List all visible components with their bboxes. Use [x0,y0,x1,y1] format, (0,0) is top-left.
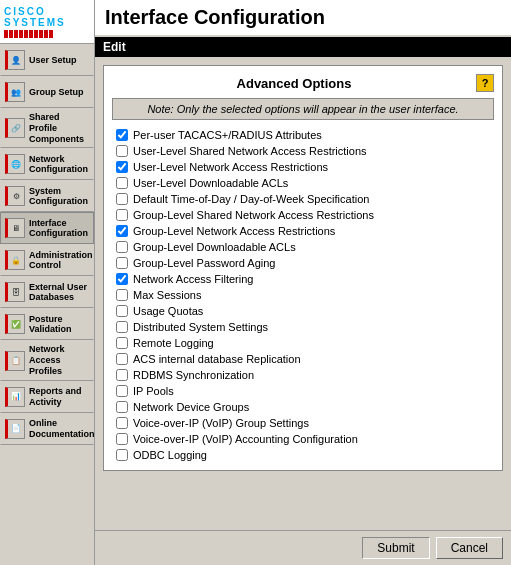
submit-button[interactable]: Submit [362,537,429,559]
checkbox-16[interactable] [116,385,128,397]
checkbox-label-5: Group-Level Shared Network Access Restri… [133,209,374,221]
edit-bar: Edit [95,37,511,57]
checkbox-label-7: Group-Level Downloadable ACLs [133,241,296,253]
checkbox-label-19: Voice-over-IP (VoIP) Accounting Configur… [133,433,358,445]
checkbox-item-19: Voice-over-IP (VoIP) Accounting Configur… [116,432,490,446]
checkbox-item-17: Network Device Groups [116,400,490,414]
advanced-options-panel: Advanced Options ? Note: Only the select… [103,65,503,471]
checkbox-5[interactable] [116,209,128,221]
checkbox-item-1: User-Level Shared Network Access Restric… [116,144,490,158]
sidebar-item-6[interactable]: 🔒Administration Control [0,244,94,276]
nav-icon-2: 🔗 [5,118,25,138]
checkbox-label-6: Group-Level Network Access Restrictions [133,225,335,237]
checkbox-item-5: Group-Level Shared Network Access Restri… [116,208,490,222]
nav-label-0: User Setup [29,55,77,66]
nav-label-4: System Configuration [29,186,89,208]
checkbox-label-1: User-Level Shared Network Access Restric… [133,145,367,157]
checkbox-12[interactable] [116,321,128,333]
checkbox-3[interactable] [116,177,128,189]
footer-bar: Submit Cancel [95,530,511,565]
cancel-button[interactable]: Cancel [436,537,503,559]
nav-icon-7: 🗄 [5,282,25,302]
cisco-logo: CISCO SYSTEMS [0,0,94,44]
checkbox-item-6: Group-Level Network Access Restrictions [116,224,490,238]
sidebar-item-10[interactable]: 📊Reports and Activity [0,381,94,413]
note-row: Note: Only the selected options will app… [112,98,494,120]
sidebar-item-7[interactable]: 🗄External User Databases [0,276,94,308]
nav-icon-11: 📄 [5,419,25,439]
nav-icon-3: 🌐 [5,154,25,174]
sidebar: CISCO SYSTEMS 👤User Setup👥Group Setup🔗Sh… [0,0,95,565]
nav-label-9: Network Access Profiles [29,344,89,376]
sidebar-item-4[interactable]: ⚙System Configuration [0,180,94,212]
checkbox-item-14: ACS internal database Replication [116,352,490,366]
checkbox-19[interactable] [116,433,128,445]
nav-label-11: Online Documentation [29,418,95,440]
sidebar-item-9[interactable]: 📋Network Access Profiles [0,340,94,380]
checkbox-item-10: Max Sessions [116,288,490,302]
checkbox-label-0: Per-user TACACS+/RADIUS Attributes [133,129,322,141]
nav-icon-9: 📋 [5,351,25,371]
checkbox-label-4: Default Time-of-Day / Day-of-Week Specif… [133,193,369,205]
cisco-bar-decoration [4,30,54,38]
nav-label-8: Posture Validation [29,314,89,336]
sidebar-item-8[interactable]: ✅Posture Validation [0,308,94,340]
checkbox-label-9: Network Access Filtering [133,273,253,285]
checkbox-17[interactable] [116,401,128,413]
checkbox-label-12: Distributed System Settings [133,321,268,333]
nav-label-1: Group Setup [29,87,84,98]
main-content: Interface Configuration Edit Advanced Op… [95,0,511,565]
checkbox-item-8: Group-Level Password Aging [116,256,490,270]
checkbox-20[interactable] [116,449,128,461]
checkbox-item-12: Distributed System Settings [116,320,490,334]
checkbox-0[interactable] [116,129,128,141]
checkbox-item-16: IP Pools [116,384,490,398]
checkbox-9[interactable] [116,273,128,285]
sidebar-item-0[interactable]: 👤User Setup [0,44,94,76]
nav-label-3: Network Configuration [29,154,89,176]
sidebar-item-3[interactable]: 🌐Network Configuration [0,148,94,180]
checkbox-1[interactable] [116,145,128,157]
sidebar-item-1[interactable]: 👥Group Setup [0,76,94,108]
checkbox-label-14: ACS internal database Replication [133,353,301,365]
checkbox-15[interactable] [116,369,128,381]
nav-icon-8: ✅ [5,314,25,334]
checkbox-item-7: Group-Level Downloadable ACLs [116,240,490,254]
nav-icon-4: ⚙ [5,186,25,206]
checkbox-18[interactable] [116,417,128,429]
checkbox-11[interactable] [116,305,128,317]
checkbox-6[interactable] [116,225,128,237]
checkbox-label-13: Remote Logging [133,337,214,349]
nav-icon-1: 👥 [5,82,25,102]
checkbox-label-11: Usage Quotas [133,305,203,317]
cisco-wordmark: CISCO SYSTEMS [4,6,90,28]
checkbox-item-3: User-Level Downloadable ACLs [116,176,490,190]
checkbox-14[interactable] [116,353,128,365]
panel-title-row: Advanced Options ? [112,74,494,92]
checkbox-item-11: Usage Quotas [116,304,490,318]
checkbox-13[interactable] [116,337,128,349]
sidebar-item-2[interactable]: 🔗Shared Profile Components [0,108,94,148]
nav-label-2: Shared Profile Components [29,112,89,144]
checkbox-2[interactable] [116,161,128,173]
nav-icon-0: 👤 [5,50,25,70]
checkbox-4[interactable] [116,193,128,205]
sidebar-item-5[interactable]: 🖥Interface Configuration [0,212,94,244]
checkbox-item-4: Default Time-of-Day / Day-of-Week Specif… [116,192,490,206]
content-area: Advanced Options ? Note: Only the select… [95,57,511,530]
sidebar-item-11[interactable]: 📄Online Documentation [0,413,94,445]
panel-title: Advanced Options [112,76,476,91]
checkbox-label-10: Max Sessions [133,289,201,301]
checkbox-item-0: Per-user TACACS+/RADIUS Attributes [116,128,490,142]
checkbox-item-9: Network Access Filtering [116,272,490,286]
help-icon[interactable]: ? [476,74,494,92]
checkbox-label-18: Voice-over-IP (VoIP) Group Settings [133,417,309,429]
checkbox-10[interactable] [116,289,128,301]
checkbox-8[interactable] [116,257,128,269]
nav-label-5: Interface Configuration [29,218,89,240]
checkbox-label-2: User-Level Network Access Restrictions [133,161,328,173]
checkbox-item-15: RDBMS Synchronization [116,368,490,382]
page-header: Interface Configuration [95,0,511,37]
checkbox-item-13: Remote Logging [116,336,490,350]
checkbox-7[interactable] [116,241,128,253]
